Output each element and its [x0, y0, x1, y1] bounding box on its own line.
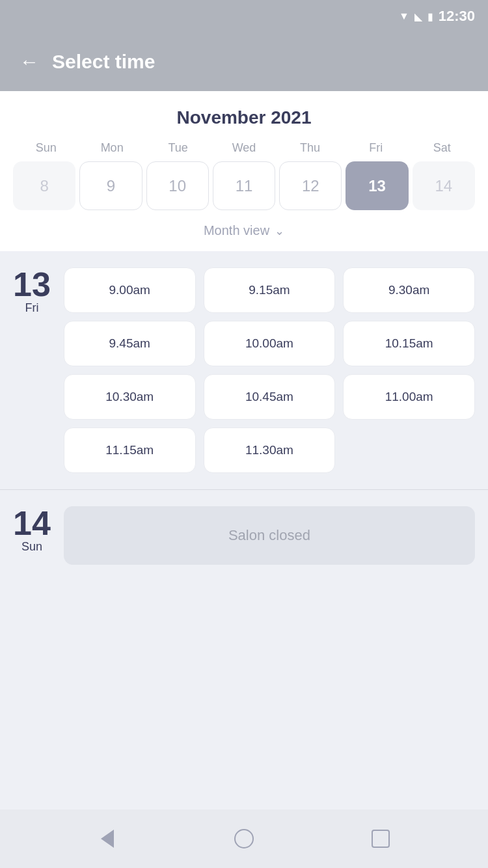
- day-name-13: Fri: [13, 301, 51, 315]
- day-number-block-13: 13 Fri: [13, 267, 51, 315]
- bottom-nav: [0, 809, 488, 868]
- time-slot-1130am[interactable]: 11.30am: [204, 427, 336, 473]
- day-schedule-14: 14 Sun Salon closed: [0, 489, 488, 581]
- month-view-toggle[interactable]: Month view ⌄: [13, 217, 475, 241]
- day-cell-8[interactable]: 8: [13, 161, 75, 210]
- time-slot-930am[interactable]: 9.30am: [343, 267, 475, 313]
- time-slot-1030am[interactable]: 10.30am: [64, 374, 196, 420]
- battery-icon: ▮: [427, 10, 433, 23]
- nav-back-button[interactable]: [93, 824, 122, 853]
- back-button[interactable]: ←: [20, 51, 39, 73]
- day-cell-10[interactable]: 10: [146, 161, 209, 210]
- day-cell-11[interactable]: 11: [213, 161, 275, 210]
- calendar-section: November 2021 Sun Mon Tue Wed Thu Fri Sa…: [0, 91, 488, 251]
- weekday-tue: Tue: [145, 141, 211, 155]
- day-cell-9[interactable]: 9: [79, 161, 142, 210]
- time-slot-900am[interactable]: 9.00am: [64, 267, 196, 313]
- nav-recent-button[interactable]: [366, 824, 395, 853]
- page-title: Select time: [52, 51, 155, 73]
- weekday-mon: Mon: [79, 141, 144, 155]
- day-cell-12[interactable]: 12: [279, 161, 342, 210]
- day-number-14: 14: [13, 506, 51, 540]
- salon-closed-box: Salon closed: [64, 506, 475, 565]
- chevron-down-icon: ⌄: [275, 224, 284, 238]
- time-slot-1000am[interactable]: 10.00am: [204, 321, 336, 366]
- signal-icon: ◣: [414, 10, 422, 23]
- day-cell-14[interactable]: 14: [413, 161, 475, 210]
- day-header-row-14: 14 Sun Salon closed: [13, 506, 475, 565]
- day-header-row-13: 13 Fri 9.00am 9.15am 9.30am 9.45am 10.00…: [13, 267, 475, 473]
- status-icons: ▼ ◣ ▮ 12:30: [399, 8, 475, 25]
- weekday-fri: Fri: [343, 141, 409, 155]
- day-number-block-14: 14 Sun: [13, 506, 51, 554]
- time-slot-915am[interactable]: 9.15am: [204, 267, 336, 313]
- day-schedule-13: 13 Fri 9.00am 9.15am 9.30am 9.45am 10.00…: [0, 251, 488, 489]
- time-section: 13 Fri 9.00am 9.15am 9.30am 9.45am 10.00…: [0, 251, 488, 809]
- top-bar: ← Select time: [0, 33, 488, 91]
- nav-home-button[interactable]: [230, 824, 258, 853]
- time-slots-grid-13: 9.00am 9.15am 9.30am 9.45am 10.00am 10.1…: [64, 267, 475, 473]
- month-year-title: November 2021: [13, 107, 475, 128]
- day-number-13: 13: [13, 267, 51, 301]
- wifi-icon: ▼: [399, 10, 409, 22]
- status-bar: ▼ ◣ ▮ 12:30: [0, 0, 488, 33]
- day-cell-13[interactable]: 13: [346, 161, 408, 210]
- time-slot-1100am[interactable]: 11.00am: [343, 374, 475, 420]
- days-row: 8 9 10 11 12 13 14: [13, 161, 475, 210]
- month-view-label: Month view: [204, 223, 269, 238]
- time-slot-1015am[interactable]: 10.15am: [343, 321, 475, 366]
- weekday-sun: Sun: [13, 141, 79, 155]
- time-slot-945am[interactable]: 9.45am: [64, 321, 196, 366]
- day-name-14: Sun: [13, 540, 51, 554]
- weekday-thu: Thu: [277, 141, 343, 155]
- time-slot-1045am[interactable]: 10.45am: [204, 374, 336, 420]
- status-time: 12:30: [439, 8, 475, 25]
- weekday-row: Sun Mon Tue Wed Thu Fri Sat: [13, 141, 475, 155]
- weekday-sat: Sat: [409, 141, 475, 155]
- weekday-wed: Wed: [211, 141, 277, 155]
- time-slot-1115am[interactable]: 11.15am: [64, 427, 196, 473]
